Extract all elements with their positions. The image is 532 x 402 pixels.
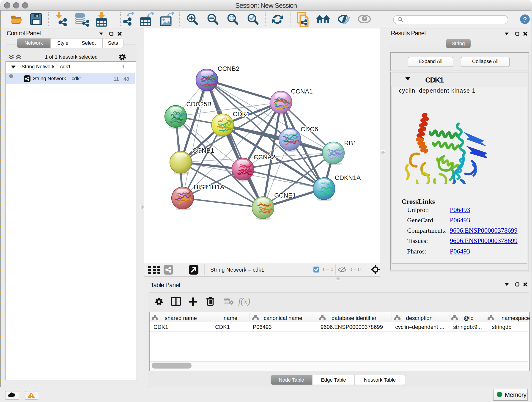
svg-text:CCNB1: CCNB1 bbox=[192, 147, 214, 154]
svg-text:CDKN1A: CDKN1A bbox=[335, 174, 361, 181]
svg-text:CDC6: CDC6 bbox=[301, 126, 318, 133]
svg-text:CCNB2: CCNB2 bbox=[218, 65, 239, 72]
svg-text:CCNA1: CCNA1 bbox=[291, 88, 313, 95]
svg-text:HIST1H1A: HIST1H1A bbox=[194, 184, 224, 191]
svg-text:?: ? bbox=[523, 16, 527, 23]
svg-text:CDK1: CDK1 bbox=[233, 110, 250, 118]
svg-text:CCNA2: CCNA2 bbox=[254, 153, 275, 161]
svg-text:CDC25B: CDC25B bbox=[186, 101, 211, 108]
svg-text:RB1: RB1 bbox=[344, 140, 356, 147]
svg-text:CCNE1: CCNE1 bbox=[274, 192, 296, 199]
